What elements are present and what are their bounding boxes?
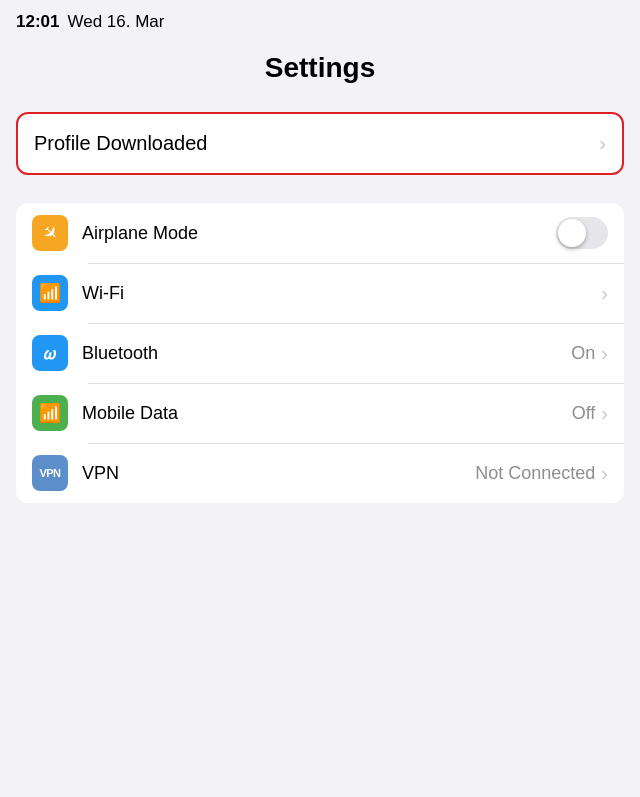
status-bar: 12:01 Wed 16. Mar xyxy=(0,0,640,44)
status-time: 12:01 xyxy=(16,12,59,32)
vpn-value: Not Connected xyxy=(475,463,595,484)
vpn-icon-wrapper: VPN xyxy=(32,455,68,491)
settings-section: ✈ Airplane Mode 📶 Wi-Fi › 𝟂 Bluetooth On… xyxy=(0,187,640,503)
mobile-data-value: Off xyxy=(572,403,596,424)
bluetooth-label: Bluetooth xyxy=(82,343,571,364)
status-date: Wed 16. Mar xyxy=(67,12,164,32)
settings-row-airplane[interactable]: ✈ Airplane Mode xyxy=(16,203,624,263)
bluetooth-value: On xyxy=(571,343,595,364)
profile-downloaded-label: Profile Downloaded xyxy=(34,132,207,155)
profile-banner-wrapper: Profile Downloaded › xyxy=(0,100,640,187)
wifi-chevron-icon: › xyxy=(601,282,608,305)
settings-row-wifi[interactable]: 📶 Wi-Fi › xyxy=(16,263,624,323)
settings-header: Settings xyxy=(0,44,640,100)
bluetooth-icon-wrapper: 𝟂 xyxy=(32,335,68,371)
vpn-chevron-icon: › xyxy=(601,462,608,485)
settings-group-connectivity: ✈ Airplane Mode 📶 Wi-Fi › 𝟂 Bluetooth On… xyxy=(16,203,624,503)
airplane-mode-icon-wrapper: ✈ xyxy=(32,215,68,251)
profile-downloaded-banner[interactable]: Profile Downloaded › xyxy=(16,112,624,175)
airplane-mode-label: Airplane Mode xyxy=(82,223,556,244)
wifi-label: Wi-Fi xyxy=(82,283,601,304)
chevron-right-icon: › xyxy=(599,132,606,155)
mobile-data-icon-wrapper: 📶 xyxy=(32,395,68,431)
bluetooth-chevron-icon: › xyxy=(601,342,608,365)
settings-row-bluetooth[interactable]: 𝟂 Bluetooth On › xyxy=(16,323,624,383)
mobile-data-label: Mobile Data xyxy=(82,403,572,424)
settings-row-mobile-data[interactable]: 📶 Mobile Data Off › xyxy=(16,383,624,443)
settings-row-vpn[interactable]: VPN VPN Not Connected › xyxy=(16,443,624,503)
toggle-knob xyxy=(558,219,586,247)
mobile-data-chevron-icon: › xyxy=(601,402,608,425)
vpn-icon: VPN xyxy=(39,467,60,479)
page-title: Settings xyxy=(16,52,624,84)
airplane-icon: ✈ xyxy=(37,220,63,246)
mobile-data-icon: 📶 xyxy=(39,402,61,424)
wifi-icon: 📶 xyxy=(39,282,61,304)
airplane-mode-toggle[interactable] xyxy=(556,217,608,249)
bluetooth-icon: 𝟂 xyxy=(44,343,57,364)
vpn-label: VPN xyxy=(82,463,475,484)
wifi-icon-wrapper: 📶 xyxy=(32,275,68,311)
